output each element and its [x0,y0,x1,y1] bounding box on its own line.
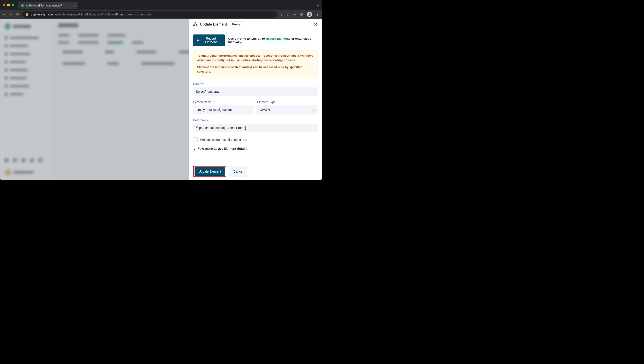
extensions-icon[interactable]: ✦ [294,12,296,17]
browser-nav-bar: ← → ⟳ 🔒 app.testsigma.com/ui/td/34/eleme… [0,10,322,19]
record-instruction: Use Chrome Extension to Record Elements … [228,37,318,44]
tab-title: AI Powered Test Automation P [26,4,62,7]
status-badge: Ready [230,22,243,27]
element-type-select[interactable]: XPATH ⌄ [257,105,318,114]
panel-title: Update Element [200,22,227,27]
screen-name-select[interactable]: simplytraveltestsigmacom ⌄ [193,105,254,114]
enter-value-label: Enter Value [193,118,318,122]
nested-context-checkbox[interactable] [193,137,198,142]
name-input[interactable] [193,87,318,96]
close-icon[interactable]: ✕ [314,22,318,27]
new-tab-button[interactable]: + [82,3,84,8]
window-minimize[interactable] [7,4,10,6]
profile-avatar[interactable]: 👤 [307,12,312,17]
menu-icon[interactable]: ⋮ [316,12,319,17]
update-element-button[interactable]: Update Element [194,167,225,176]
chevron-down-icon: ⌄ [193,147,196,150]
chevron-down-icon: ⌄ [312,108,315,111]
panel-header: Update Element Ready ✕ [189,19,322,30]
browser-tab-bar: ✦ AI Powered Test Automation P ✕ + ⌄ [0,0,322,10]
warning-text-2: Element present inside nested context ca… [197,65,314,74]
share-icon[interactable]: ⇧ [280,12,283,17]
warning-text-1: To ensure high performance, please close… [197,54,314,63]
window-close[interactable] [3,4,5,6]
update-element-panel: Update Element Ready ✕ Record Element Us… [189,19,322,180]
enter-value-input[interactable] [193,124,318,132]
screen-name-label: Screen Name * [193,100,254,104]
cancel-button[interactable]: Cancel [230,166,247,177]
panel-footer: Update Element Cancel [189,163,322,180]
element-tree-icon [193,22,197,27]
element-type-label: Element Type [257,100,318,104]
window-maximize[interactable] [12,4,14,6]
back-icon[interactable]: ← [3,12,6,16]
browser-tab[interactable]: ✦ AI Powered Test Automation P ✕ [18,2,78,10]
reload-icon[interactable]: ⟳ [16,12,19,17]
warning-banner: To ensure high performance, please close… [193,50,318,77]
name-label: Name * [193,82,318,86]
svg-rect-1 [194,25,195,26]
highlight-annotation: Update Element [193,166,226,177]
svg-rect-0 [195,22,196,23]
record-elements-link[interactable]: Record Elements [266,37,290,40]
help-icon[interactable]: ? [243,138,247,141]
url-bar[interactable]: 🔒 app.testsigma.com/ui/td/34/elements/fi… [22,11,277,18]
chevron-down-icon: ⌄ [249,108,251,111]
nested-context-label: Present inside nested context [200,138,241,141]
lock-icon: 🔒 [25,13,28,16]
expand-details-toggle[interactable]: ⌄ Few more target Element details [193,147,318,150]
url-text: app.testsigma.com/ui/td/34/elements/filt… [31,13,152,16]
tabs-dropdown-icon[interactable]: ⌄ [316,3,319,7]
tab-close-icon[interactable]: ✕ [73,4,76,8]
svg-rect-2 [196,25,197,26]
tab-favicon: ✦ [20,4,24,8]
record-element-button[interactable]: Record Element [193,35,225,46]
forward-icon[interactable]: → [10,12,13,16]
bookmark-icon[interactable]: ☆ [287,12,290,17]
panel-icon[interactable]: ▣ [300,12,303,17]
